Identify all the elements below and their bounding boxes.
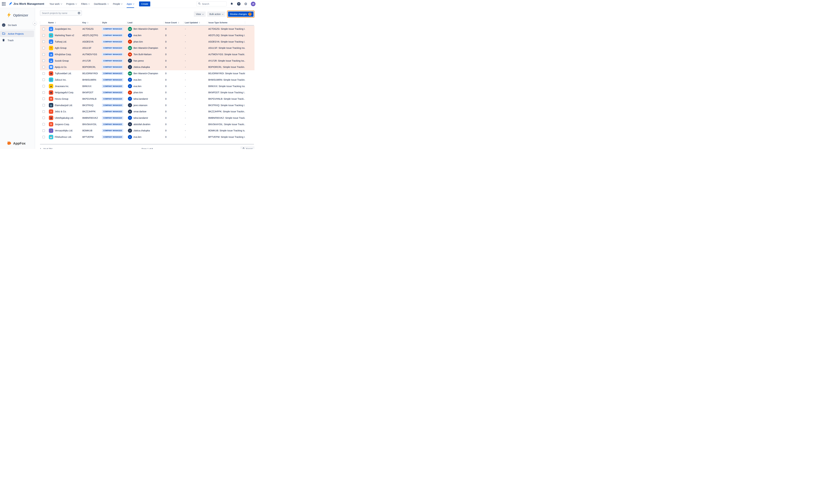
row-checkbox[interactable] <box>42 123 45 125</box>
view-dropdown[interactable]: View <box>194 11 206 17</box>
wrench-icon: ⚒ <box>49 97 53 101</box>
help-icon[interactable]: ? <box>237 2 241 6</box>
create-button[interactable]: Create <box>139 1 150 6</box>
sidebar-item-active-projects[interactable]: Active Projects <box>0 31 34 37</box>
app-switcher-icon[interactable] <box>2 2 5 6</box>
table-row[interactable]: ⚑ Agfo Group ASULSF COMPANY MANAGED BW B… <box>40 45 255 51</box>
go-back-button[interactable]: ← Go back <box>2 23 35 27</box>
last-updated: - <box>183 53 207 56</box>
review-changes-highlight: Review changes 7 <box>227 11 255 18</box>
table-row[interactable]: ◉ Uletefojakukig Ltd. BMBNFBSVKZ COMPANY… <box>40 115 255 121</box>
row-checkbox[interactable] <box>42 34 45 37</box>
row-checkbox[interactable] <box>42 59 45 62</box>
clear-search-icon[interactable]: × <box>78 12 80 14</box>
trash-icon <box>2 39 5 42</box>
project-search-input[interactable] <box>42 12 78 14</box>
table-row[interactable]: ☁ Susiok Group AYLFJR COMPANY MANAGED F … <box>40 57 255 64</box>
lead-name: zlatica.chalupka <box>133 129 150 132</box>
app-title: Optimizer <box>13 13 28 17</box>
project-key: BIRKIVX <box>81 85 101 88</box>
row-checkbox[interactable] <box>42 85 45 87</box>
review-changes-button[interactable]: Review changes 7 <box>228 11 254 17</box>
row-checkbox[interactable] <box>42 78 45 81</box>
table-row[interactable]: ▲ Juupobejani Inc. ACTDGZG COMPANY MANAG… <box>40 26 255 32</box>
table-row[interactable]: ≡ Jebiz & Co. BKZZJHPPK COMPANY MANAGED … <box>40 108 255 115</box>
table-row[interactable]: ◉ Tujifunekbel Ltd. BGJORMYROI COMPANY M… <box>40 70 255 77</box>
issue-count: 0 <box>164 34 183 37</box>
issue-type-scheme: BKZZJHPPK: Simple Issue Trackin... <box>207 110 245 113</box>
lead-name: Ben Warwick-Champion <box>133 72 158 75</box>
last-updated: - <box>183 28 207 30</box>
horizontal-scrollbar-bottom[interactable] <box>40 144 254 145</box>
table-row[interactable]: ◖ Vensazofojku Ltd. BOMKUB COMPANY MANAG… <box>40 127 255 134</box>
table-row[interactable]: ⚒ Hovzu Group BKPGVHNLB COMPANY MANAGED … <box>40 96 255 102</box>
top-navigation: Jira Work Management Your work Projects … <box>0 0 258 8</box>
row-checkbox[interactable] <box>42 129 45 132</box>
next-page-arrow-icon[interactable]: → <box>157 147 160 149</box>
row-checkbox[interactable] <box>42 110 45 113</box>
table-row[interactable]: ▣ Nelgutagaful Corp. BKNPDDT COMPANY MAN… <box>40 89 255 96</box>
bulk-action-dropdown[interactable]: Bulk action <box>207 11 226 17</box>
project-name: Josjanro Corp. <box>55 123 70 126</box>
nav-item-dashboards[interactable]: Dashboards <box>94 0 109 8</box>
row-checkbox[interactable] <box>42 28 45 30</box>
table-row[interactable]: ☁ Kihujlufuw Corp. AUTMOVYGS COMPANY MAN… <box>40 51 255 58</box>
lead-name: eva.lien <box>133 136 141 138</box>
header-key[interactable]: Key <box>81 21 101 24</box>
sidebar-collapse-button[interactable]: ‹ <box>33 21 37 25</box>
table-row[interactable]: ⊕ Marketing Team v2 AEOTLOQTFG COMPANY M… <box>40 32 255 39</box>
sort-icon <box>199 22 200 23</box>
table-row[interactable]: ☻ Zafuczi Inc. BHWSUMRN COMPANY MANAGED … <box>40 77 255 83</box>
nav-item-projects[interactable]: Projects <box>66 0 77 8</box>
issue-count: 0 <box>164 98 183 100</box>
user-avatar[interactable]: JR <box>251 2 256 6</box>
row-checkbox[interactable] <box>42 136 45 138</box>
project-search[interactable]: × <box>40 11 82 16</box>
last-updated: - <box>183 59 207 62</box>
review-count-badge: 7 <box>248 12 252 16</box>
table-row[interactable]: ☎ Apoju & Co. BDPIORCRL COMPANY MANAGED … <box>40 64 255 70</box>
row-checkbox[interactable] <box>42 98 45 100</box>
row-checkbox[interactable] <box>42 53 45 56</box>
lead-avatar: E <box>128 33 132 37</box>
style-badge: COMPANY MANAGED <box>102 34 123 37</box>
header-name[interactable]: Name <box>47 21 81 24</box>
nav-item-your-work[interactable]: Your work <box>49 0 62 8</box>
header-issue-count[interactable]: Issue Count <box>164 21 183 24</box>
last-updated: - <box>183 91 207 94</box>
row-checkbox[interactable] <box>42 117 45 119</box>
row-checkbox[interactable] <box>42 47 45 49</box>
header-last-updated[interactable]: Last Updated <box>183 21 207 24</box>
table-row[interactable]: ▰ Jinaceara Inc. BIRKIVX COMPANY MANAGED… <box>40 83 255 89</box>
row-checkbox[interactable] <box>42 91 45 94</box>
notifications-bell-icon[interactable] <box>230 2 234 6</box>
lead-name: omar.darboe <box>133 110 146 113</box>
global-search[interactable] <box>196 1 227 6</box>
issue-type-scheme: BIRKIVX: Simple Issue Tracking Iss... <box>207 85 245 88</box>
sidebar-item-trash[interactable]: Trash <box>0 37 34 44</box>
jira-brand[interactable]: Jira Work Management <box>8 2 44 6</box>
issue-count: 0 <box>164 72 183 75</box>
toolbar: × View Bulk action Review changes 7 <box>40 11 255 18</box>
row-checkbox[interactable] <box>42 72 45 75</box>
export-button[interactable]: Export <box>240 146 255 149</box>
previous-page-arrow-icon[interactable]: ← <box>134 147 137 149</box>
row-checkbox[interactable] <box>42 104 45 106</box>
nav-item-filters[interactable]: Filters <box>81 0 90 8</box>
lead-avatar: Z <box>128 129 132 133</box>
table-row[interactable]: ▤ Etamubazjod Ltd. BKSTRXQ COMPANY MANAG… <box>40 102 255 108</box>
style-badge: COMPANY MANAGED <box>102 91 123 94</box>
table-row[interactable]: ☕ Fiheluohvuc Ltd. BPTVEPW COMPANY MANAG… <box>40 134 255 140</box>
table-row[interactable]: ☁ Tuthooj Ltd. ASOEGYA COMPANY MANAGED P… <box>40 38 255 45</box>
table-row[interactable]: ⚒ Josjanro Corp. BNVSKAYOIL COMPANY MANA… <box>40 121 255 127</box>
settings-gear-icon[interactable]: ⚙ <box>244 2 247 6</box>
last-updated: - <box>183 129 207 132</box>
optimizer-logo: Optimizer <box>7 12 35 18</box>
row-checkbox[interactable] <box>42 66 45 68</box>
nav-item-apps[interactable]: Apps <box>126 0 134 8</box>
global-search-input[interactable] <box>202 3 225 5</box>
row-checkbox[interactable] <box>42 40 45 43</box>
lead-avatar: E <box>128 78 132 82</box>
nav-item-people[interactable]: People <box>113 0 122 8</box>
cup-icon: ☕ <box>49 135 53 139</box>
